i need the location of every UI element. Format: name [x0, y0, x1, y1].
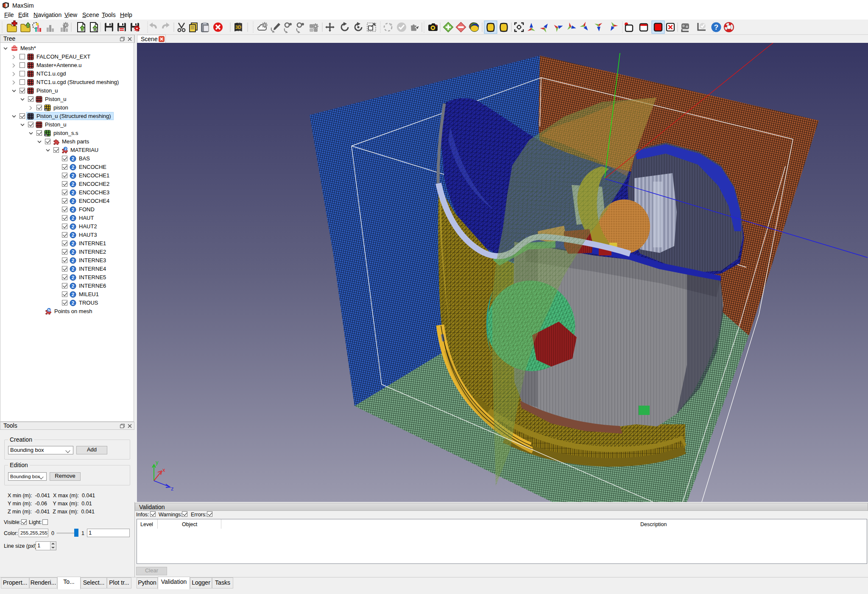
svg-text:?: ?	[714, 23, 718, 31]
svg-text:x: x	[162, 467, 165, 473]
svg-text:3D: 3D	[235, 25, 241, 30]
svg-text:z: z	[171, 485, 174, 492]
svg-text:y: y	[156, 459, 159, 465]
